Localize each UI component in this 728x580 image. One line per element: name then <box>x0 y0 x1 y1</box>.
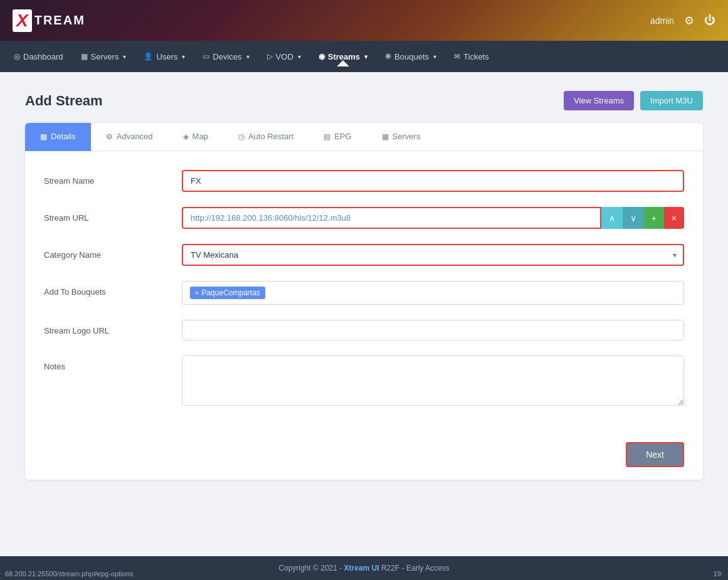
footer-time: 19: <box>709 567 728 580</box>
tab-map[interactable]: ◈ Map <box>168 123 223 151</box>
tab-auto-restart-label: Auto Restart <box>248 132 293 141</box>
nav-item-users[interactable]: 👤 Users ▾ <box>136 47 193 66</box>
footer-brand: Xtream UI <box>344 564 379 572</box>
bouquets-row: Add To Bouquets × PaqueCompartas <box>44 281 684 305</box>
nav-label-dashboard: Dashboard <box>23 52 63 61</box>
stream-name-row: Stream Name <box>44 170 684 192</box>
nav-label-vod: VOD <box>276 52 293 61</box>
category-name-row: Category Name TV Mexicana Sports Movies … <box>44 244 684 266</box>
stream-logo-row: Stream Logo URL <box>44 320 684 340</box>
bouquets-input-field[interactable]: × PaqueCompartas <box>182 281 684 305</box>
dashboard-icon: ◎ <box>14 52 20 61</box>
content-area: Add Stream View Streams Import M3U ▦ Det… <box>0 72 728 498</box>
settings-icon[interactable]: ⚙ <box>684 14 694 28</box>
streams-dropdown-arrow: ▾ <box>364 53 367 60</box>
auto-restart-tab-icon: ◷ <box>238 132 245 141</box>
devices-icon: ▭ <box>203 52 209 61</box>
stream-logo-input[interactable] <box>182 320 684 340</box>
bouquet-remove-icon[interactable]: × <box>195 289 199 297</box>
tab-advanced[interactable]: ⚙ Advanced <box>91 123 168 151</box>
tab-epg-label: EPG <box>334 132 351 141</box>
stream-url-label: Stream URL <box>44 207 182 223</box>
logo: X TREAM <box>13 9 85 32</box>
power-icon[interactable]: ⏻ <box>704 14 715 27</box>
tab-epg[interactable]: ▤ EPG <box>309 123 366 151</box>
view-streams-button[interactable]: View Streams <box>564 91 634 110</box>
navbar: ◎ Dashboard ▦ Servers ▾ 👤 Users ▾ ▭ Devi… <box>0 41 728 72</box>
users-icon: 👤 <box>144 52 153 61</box>
bouquets-control: × PaqueCompartas <box>182 281 684 305</box>
bouquets-icon: ❋ <box>385 52 391 61</box>
category-select[interactable]: TV Mexicana Sports Movies News Entertain… <box>182 244 684 266</box>
main-card: ▦ Details ⚙ Advanced ◈ Map ◷ Auto Restar… <box>25 123 703 480</box>
admin-label: admin <box>650 16 674 26</box>
header: X TREAM admin ⚙ ⏻ <box>0 0 728 41</box>
notes-label: Notes <box>44 356 182 371</box>
notes-row: Notes <box>44 356 684 408</box>
servers-dropdown-arrow: ▾ <box>123 53 126 60</box>
header-buttons: View Streams Import M3U <box>564 91 703 110</box>
category-name-label: Category Name <box>44 244 182 260</box>
form-body: Stream Name Stream URL ∧ ∨ + × <box>25 151 703 436</box>
nav-item-vod[interactable]: ▷ VOD ▾ <box>260 47 309 66</box>
tab-details[interactable]: ▦ Details <box>25 123 91 151</box>
footer-copyright: Copyright © 2021 - <box>278 564 344 572</box>
url-remove-button[interactable]: × <box>664 207 684 229</box>
tab-map-label: Map <box>193 132 208 141</box>
stream-url-control: ∧ ∨ + × <box>182 207 684 229</box>
stream-logo-control <box>182 320 684 340</box>
category-select-wrapper: TV Mexicana Sports Movies News Entertain… <box>182 244 684 266</box>
streams-icon: ◉ <box>319 52 325 61</box>
stream-name-label: Stream Name <box>44 170 182 186</box>
notes-textarea[interactable] <box>182 356 684 406</box>
next-button[interactable]: Next <box>626 442 684 467</box>
tab-servers-label: Servers <box>393 132 421 141</box>
stream-name-input[interactable] <box>182 170 684 192</box>
form-footer: Next <box>25 436 703 480</box>
import-m3u-button[interactable]: Import M3U <box>640 91 703 110</box>
stream-url-row: Stream URL ∧ ∨ + × <box>44 207 684 229</box>
tab-servers[interactable]: ▦ Servers <box>367 123 436 151</box>
stream-url-input[interactable] <box>182 207 601 229</box>
bouquet-tag[interactable]: × PaqueCompartas <box>190 287 265 299</box>
users-dropdown-arrow: ▾ <box>182 53 185 60</box>
nav-label-users: Users <box>156 52 177 61</box>
tabs-bar: ▦ Details ⚙ Advanced ◈ Map ◷ Auto Restar… <box>25 123 703 151</box>
tab-advanced-label: Advanced <box>117 132 153 141</box>
nav-label-tickets: Tickets <box>463 52 489 61</box>
nav-item-streams[interactable]: ◉ Streams ▾ <box>311 47 375 66</box>
tab-auto-restart[interactable]: ◷ Auto Restart <box>223 123 309 151</box>
streams-active-indicator <box>337 60 349 66</box>
nav-item-devices[interactable]: ▭ Devices ▾ <box>195 47 256 66</box>
page-header: Add Stream View Streams Import M3U <box>25 91 703 110</box>
details-tab-icon: ▦ <box>40 132 47 141</box>
header-right: admin ⚙ ⏻ <box>650 14 715 28</box>
servers-icon: ▦ <box>81 52 88 61</box>
logo-text: TREAM <box>34 13 85 28</box>
advanced-tab-icon: ⚙ <box>106 132 113 141</box>
url-add-button[interactable]: + <box>644 207 664 229</box>
stream-logo-label: Stream Logo URL <box>44 320 182 335</box>
nav-item-bouquets[interactable]: ❋ Bouquets ▾ <box>377 47 444 66</box>
epg-tab-icon: ▤ <box>324 132 330 141</box>
nav-item-dashboard[interactable]: ◎ Dashboard <box>6 47 71 66</box>
nav-item-tickets[interactable]: ✉ Tickets <box>446 47 497 66</box>
bouquets-label: Add To Bouquets <box>44 281 182 297</box>
servers-tab-icon: ▦ <box>382 132 389 141</box>
notes-control <box>182 356 684 408</box>
url-down-button[interactable]: ∨ <box>623 207 644 229</box>
nav-item-servers[interactable]: ▦ Servers ▾ <box>73 47 134 66</box>
logo-x-letter: X <box>13 9 32 32</box>
nav-label-devices: Devices <box>213 52 241 61</box>
page-title: Add Stream <box>25 93 102 109</box>
url-up-button[interactable]: ∧ <box>601 207 623 229</box>
footer-version: R22F - Early Access <box>381 564 450 572</box>
stream-url-group: ∧ ∨ + × <box>182 207 684 229</box>
tab-details-label: Details <box>51 132 76 141</box>
bouquets-dropdown-arrow: ▾ <box>433 53 436 60</box>
vod-dropdown-arrow: ▾ <box>298 53 301 60</box>
vod-icon: ▷ <box>267 52 273 61</box>
footer-url-hint: 68.200.21:25500/stream.php#epg-options <box>0 567 138 580</box>
stream-name-control <box>182 170 684 192</box>
tickets-icon: ✉ <box>454 52 460 61</box>
